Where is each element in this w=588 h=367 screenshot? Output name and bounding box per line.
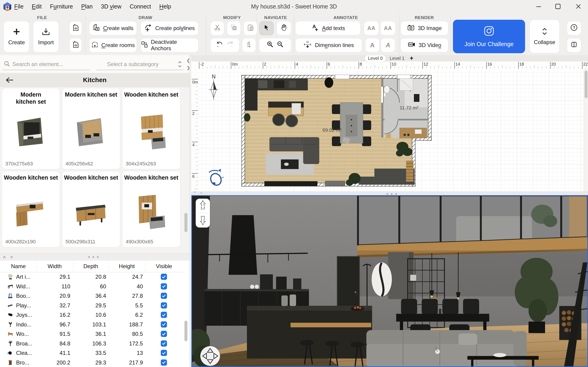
catalog-item[interactable]: Modern kitchen set 370x275x63: [2, 88, 60, 169]
visible-checkbox[interactable]: [161, 340, 167, 347]
catalog-item[interactable]: Wooden kitchen set 304x245x263: [122, 88, 180, 169]
menu-file[interactable]: File: [14, 3, 23, 10]
add-level-button[interactable]: +: [408, 55, 415, 61]
table-row[interactable]: Joys... 16.2 10.6 6.2: [0, 310, 186, 320]
help-button[interactable]: ?: [567, 21, 581, 35]
table-row[interactable]: Art i... 29.1 20.8 24.7: [0, 272, 186, 282]
dimension-lines-button[interactable]: 10 Dimension lines: [295, 38, 362, 52]
catalog-scrollbar-thumb[interactable]: [184, 213, 187, 232]
divider-handle[interactable]: [88, 256, 99, 258]
back-arrow-icon[interactable]: [6, 77, 14, 84]
menu-furniture[interactable]: Furniture: [50, 3, 73, 10]
create-3d-video-button[interactable]: 3D Video: [401, 38, 448, 52]
create-3d-photo-button[interactable]: 3D Image: [401, 21, 448, 35]
close-button[interactable]: [572, 2, 585, 11]
plan-scrollbar-thumb[interactable]: [585, 71, 588, 98]
panel-split-divider[interactable]: ʌ v: [0, 253, 190, 261]
collapse-down-icon[interactable]: v: [10, 255, 13, 259]
table-row[interactable]: Boo... 20.9 36.4 27.8: [0, 291, 186, 301]
column-header-depth[interactable]: Depth: [75, 261, 107, 272]
stepper-icon[interactable]: [177, 60, 182, 69]
join-our-challenge-button[interactable]: Join Our Challenge: [453, 20, 525, 53]
bold-style-button[interactable]: A: [365, 38, 380, 52]
create-rooms-button[interactable]: Create rooms: [89, 38, 137, 52]
visible-checkbox[interactable]: [161, 312, 167, 318]
zoom-in-icon[interactable]: [267, 41, 274, 50]
move-up-icon[interactable]: [199, 200, 207, 211]
catalog-item[interactable]: Wooden kitchen set 500x298x311: [62, 171, 120, 247]
deactivate-anchors-button[interactable]: Deactivate Anchors: [141, 38, 199, 52]
plan-scrollbar[interactable]: [584, 69, 588, 192]
minimize-button[interactable]: [532, 2, 545, 11]
table-row[interactable]: Play... 32.7 29.5 5.5: [0, 301, 186, 310]
menu-connect[interactable]: Connect: [130, 3, 151, 10]
table-row[interactable]: Wid... 110 60 40: [0, 282, 186, 291]
zoom-out-icon[interactable]: [277, 41, 284, 50]
visible-checkbox[interactable]: [161, 283, 167, 290]
table-scrollbar-thumb[interactable]: [184, 321, 187, 341]
visible-checkbox[interactable]: [161, 302, 167, 309]
table-row[interactable]: Bro... 200.2 29.3 217.9: [0, 358, 186, 367]
catalog-item[interactable]: Modern kitchen set 405x256x62: [62, 88, 120, 169]
move-down-icon[interactable]: [199, 215, 207, 226]
copy-button[interactable]: [227, 21, 241, 35]
undo-icon[interactable]: [216, 41, 224, 49]
column-header-visible[interactable]: Visible: [148, 261, 180, 272]
3d-view[interactable]: [191, 195, 588, 367]
cut-button[interactable]: [210, 21, 224, 35]
catalog-item[interactable]: Wooden kitchen set 400x282x190: [2, 171, 60, 247]
column-header-width[interactable]: Width: [39, 261, 71, 272]
column-header-name[interactable]: Name: [2, 261, 35, 272]
row-depth: 36.4: [74, 291, 106, 301]
increase-text-size-button[interactable]: AA: [364, 21, 379, 35]
menu-help[interactable]: Help: [159, 3, 171, 10]
menu-3d-view[interactable]: 3D view: [101, 3, 121, 10]
paste-button[interactable]: [243, 21, 257, 35]
catalog-item[interactable]: Wooden kitchen set 490x300x65: [122, 171, 180, 247]
visible-checkbox[interactable]: [161, 321, 167, 327]
visible-checkbox[interactable]: [161, 331, 167, 337]
create-polylines-button[interactable]: Create polylines: [141, 21, 199, 35]
panel-expand-right-icon[interactable]: ❯: [187, 66, 190, 70]
pan-tool-button[interactable]: [277, 21, 291, 35]
visible-checkbox[interactable]: [161, 274, 167, 280]
visible-checkbox[interactable]: [161, 350, 167, 356]
divider-down-icon[interactable]: ⌄: [199, 190, 203, 194]
visible-checkbox[interactable]: [161, 293, 167, 299]
tab-level-0[interactable]: Level 0: [365, 55, 386, 61]
divider-handle[interactable]: [387, 193, 397, 195]
table-row[interactable]: Wo... 91.5 36.1 80.5: [0, 329, 186, 339]
menu-edit[interactable]: Edit: [32, 3, 42, 10]
navigation-dpad[interactable]: [200, 346, 220, 366]
column-header-height[interactable]: Height: [111, 261, 143, 272]
table-row[interactable]: Broa... 84.8 106.3 172.5: [0, 339, 186, 348]
table-row[interactable]: Clea... 41.1 33.5 13: [0, 348, 186, 358]
plan-view[interactable]: 69.02 m² 11.72 m² N: [198, 69, 584, 192]
reverse-wall-direction-button[interactable]: [242, 38, 256, 52]
tab-level-1[interactable]: Level 1: [388, 55, 406, 61]
import-texture-library-button[interactable]: [69, 38, 82, 52]
create-button[interactable]: Create: [4, 21, 29, 52]
import-furniture-library-button[interactable]: [69, 21, 82, 35]
decrease-text-size-button[interactable]: AA: [380, 21, 396, 35]
plan-3d-divider[interactable]: ⌃ ⌄: [191, 192, 588, 195]
divider-up-icon[interactable]: ⌃: [193, 191, 196, 195]
menu-plan[interactable]: Plan: [81, 3, 93, 10]
import-button[interactable]: Import: [33, 21, 59, 52]
subcategory-select[interactable]: Select a subcategory: [107, 61, 158, 67]
create-walls-button[interactable]: Create walls: [89, 21, 137, 35]
select-tool-button[interactable]: [259, 21, 274, 35]
redo-icon[interactable]: [226, 41, 234, 49]
search-input[interactable]: Search an element...: [12, 61, 63, 67]
add-texts-button[interactable]: A Add texts: [295, 21, 361, 35]
visible-checkbox[interactable]: [161, 359, 167, 366]
collapse-toolbar-button[interactable]: Collapse: [530, 20, 560, 53]
toggle-panels-button[interactable]: [567, 38, 581, 52]
italic-style-button[interactable]: A: [381, 38, 395, 52]
panel-collapse-left-icon[interactable]: ❮: [187, 58, 190, 63]
elevation-control[interactable]: [196, 199, 210, 227]
maximize-button[interactable]: [551, 2, 565, 11]
catalog-panel: Search an element... Select a subcategor…: [0, 55, 190, 367]
collapse-up-icon[interactable]: ʌ: [3, 255, 6, 259]
table-row[interactable]: Indo... 96.7 103.1 188.7: [0, 320, 186, 329]
